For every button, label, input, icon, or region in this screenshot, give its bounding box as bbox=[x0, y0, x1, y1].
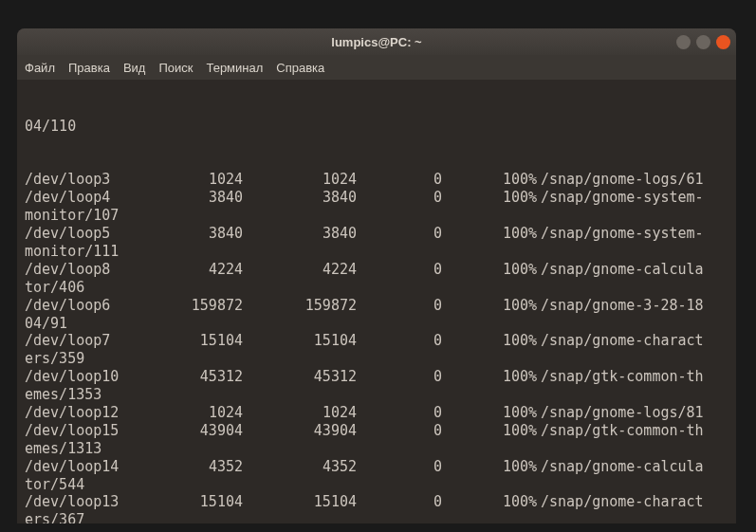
cell-size: 4224 bbox=[129, 261, 243, 279]
cell-filesystem: /dev/loop8 bbox=[25, 261, 129, 279]
cell-filesystem: /dev/loop6 bbox=[25, 297, 129, 315]
menu-search[interactable]: Поиск bbox=[158, 61, 193, 75]
cell-usepct: 100% bbox=[442, 422, 537, 440]
cell-mount: /snap/gtk-common-th bbox=[537, 422, 704, 440]
menu-edit[interactable]: Правка bbox=[68, 61, 110, 75]
cell-used: 3840 bbox=[243, 225, 357, 243]
cell-used: 1024 bbox=[243, 404, 357, 422]
table-row: /dev/loop3102410240100%/snap/gnome-logs/… bbox=[25, 171, 728, 189]
table-row: /dev/loop715104151040100%/snap/gnome-cha… bbox=[25, 332, 728, 350]
cell-size: 1024 bbox=[129, 404, 243, 422]
table-row: /dev/loop8422442240100%/snap/gnome-calcu… bbox=[25, 261, 728, 279]
cell-avail: 0 bbox=[357, 332, 442, 350]
menu-view[interactable]: Вид bbox=[123, 61, 146, 75]
cell-usepct: 100% bbox=[442, 297, 537, 315]
menu-file[interactable]: Файл bbox=[25, 61, 55, 75]
cell-mount: /snap/gnome-calcula bbox=[537, 458, 704, 476]
cell-size: 159872 bbox=[129, 297, 243, 315]
menu-help[interactable]: Справка bbox=[276, 61, 324, 75]
df-output: /dev/loop3102410240100%/snap/gnome-logs/… bbox=[25, 171, 728, 523]
cell-mount: /snap/gtk-common-th bbox=[537, 368, 704, 386]
cell-filesystem: /dev/loop4 bbox=[25, 189, 129, 207]
window-title: lumpics@PC: ~ bbox=[331, 35, 421, 49]
cell-filesystem: /dev/loop12 bbox=[25, 404, 129, 422]
output-wrap-line: ers/359 bbox=[25, 350, 728, 368]
cell-used: 43904 bbox=[243, 422, 357, 440]
table-row: /dev/loop12102410240100%/snap/gnome-logs… bbox=[25, 404, 728, 422]
cell-used: 159872 bbox=[243, 297, 357, 315]
output-wrap-line: ers/367 bbox=[25, 511, 728, 523]
cell-mount: /snap/gnome-calcula bbox=[537, 261, 704, 279]
terminal-window: lumpics@PC: ~ Файл Правка Вид Поиск Терм… bbox=[17, 28, 736, 523]
cell-size: 15104 bbox=[129, 332, 243, 350]
cell-used: 3840 bbox=[243, 189, 357, 207]
cell-filesystem: /dev/loop3 bbox=[25, 171, 129, 189]
minimize-icon[interactable] bbox=[676, 35, 691, 49]
table-row: /dev/loop4384038400100%/snap/gnome-syste… bbox=[25, 189, 728, 207]
cell-mount: /snap/gnome-3-28-18 bbox=[537, 297, 704, 315]
cell-avail: 0 bbox=[357, 189, 442, 207]
cell-usepct: 100% bbox=[442, 332, 537, 350]
table-row: /dev/loop14435243520100%/snap/gnome-calc… bbox=[25, 458, 728, 476]
cell-avail: 0 bbox=[357, 297, 442, 315]
cell-size: 3840 bbox=[129, 225, 243, 243]
table-row: /dev/loop1315104151040100%/snap/gnome-ch… bbox=[25, 493, 728, 511]
table-row: /dev/loop5384038400100%/snap/gnome-syste… bbox=[25, 225, 728, 243]
table-row: /dev/loop1045312453120100%/snap/gtk-comm… bbox=[25, 368, 728, 386]
cell-mount: /snap/gnome-logs/81 bbox=[537, 404, 704, 422]
cell-size: 15104 bbox=[129, 493, 243, 511]
cell-avail: 0 bbox=[357, 368, 442, 386]
output-wrap-line: emes/1313 bbox=[25, 440, 728, 458]
cell-filesystem: /dev/loop10 bbox=[25, 368, 129, 386]
cell-filesystem: /dev/loop7 bbox=[25, 332, 129, 350]
cell-filesystem: /dev/loop13 bbox=[25, 493, 129, 511]
output-wrap-line: 04/110 bbox=[25, 118, 728, 136]
output-wrap-line: tor/406 bbox=[25, 279, 728, 297]
cell-usepct: 100% bbox=[442, 458, 537, 476]
output-wrap-line: tor/544 bbox=[25, 476, 728, 494]
cell-size: 4352 bbox=[129, 458, 243, 476]
cell-mount: /snap/gnome-charact bbox=[537, 493, 704, 511]
output-wrap-line: monitor/107 bbox=[25, 207, 728, 225]
cell-used: 4352 bbox=[243, 458, 357, 476]
cell-usepct: 100% bbox=[442, 225, 537, 243]
cell-mount: /snap/gnome-system- bbox=[537, 225, 704, 243]
cell-size: 45312 bbox=[129, 368, 243, 386]
cell-avail: 0 bbox=[357, 404, 442, 422]
table-row: /dev/loop1543904439040100%/snap/gtk-comm… bbox=[25, 422, 728, 440]
cell-filesystem: /dev/loop14 bbox=[25, 458, 129, 476]
cell-avail: 0 bbox=[357, 493, 442, 511]
terminal-body[interactable]: 04/110 /dev/loop3102410240100%/snap/gnom… bbox=[17, 80, 736, 523]
cell-mount: /snap/gnome-system- bbox=[537, 189, 704, 207]
cell-avail: 0 bbox=[357, 225, 442, 243]
cell-usepct: 100% bbox=[442, 404, 537, 422]
cell-usepct: 100% bbox=[442, 171, 537, 189]
maximize-icon[interactable] bbox=[696, 35, 710, 49]
cell-size: 3840 bbox=[129, 189, 243, 207]
cell-avail: 0 bbox=[357, 422, 442, 440]
cell-avail: 0 bbox=[357, 171, 442, 189]
cell-size: 1024 bbox=[129, 171, 243, 189]
cell-used: 1024 bbox=[243, 171, 357, 189]
menu-terminal[interactable]: Терминал bbox=[206, 61, 263, 75]
output-wrap-line: emes/1353 bbox=[25, 386, 728, 404]
cell-used: 4224 bbox=[243, 261, 357, 279]
titlebar: lumpics@PC: ~ bbox=[17, 28, 736, 55]
close-icon[interactable] bbox=[716, 35, 730, 49]
cell-used: 15104 bbox=[243, 493, 357, 511]
menubar: Файл Правка Вид Поиск Терминал Справка bbox=[17, 55, 736, 80]
cell-usepct: 100% bbox=[442, 368, 537, 386]
cell-usepct: 100% bbox=[442, 493, 537, 511]
cell-filesystem: /dev/loop5 bbox=[25, 225, 129, 243]
cell-usepct: 100% bbox=[442, 189, 537, 207]
cell-used: 15104 bbox=[243, 332, 357, 350]
cell-usepct: 100% bbox=[442, 261, 537, 279]
cell-avail: 0 bbox=[357, 458, 442, 476]
table-row: /dev/loop61598721598720100%/snap/gnome-3… bbox=[25, 297, 728, 315]
output-wrap-line: 04/91 bbox=[25, 315, 728, 333]
cell-size: 43904 bbox=[129, 422, 243, 440]
cell-mount: /snap/gnome-charact bbox=[537, 332, 704, 350]
cell-filesystem: /dev/loop15 bbox=[25, 422, 129, 440]
output-wrap-line: monitor/111 bbox=[25, 243, 728, 261]
cell-mount: /snap/gnome-logs/61 bbox=[537, 171, 704, 189]
